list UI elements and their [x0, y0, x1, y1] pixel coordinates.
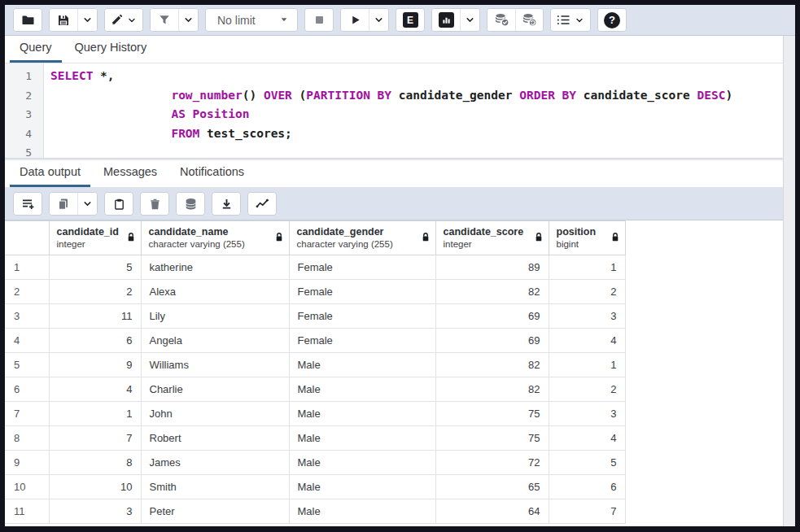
- visualise-data-button[interactable]: [248, 193, 276, 215]
- cell-candidate-gender[interactable]: Female: [289, 255, 435, 280]
- cell-candidate-gender[interactable]: Female: [289, 280, 435, 304]
- code-line[interactable]: [50, 143, 783, 158]
- row-number-cell[interactable]: 8: [5, 426, 49, 451]
- cell-position[interactable]: 3: [549, 304, 625, 329]
- add-row-button[interactable]: [14, 193, 42, 215]
- cell-candidate-name[interactable]: Lily: [141, 304, 289, 329]
- filter-button[interactable]: [151, 9, 178, 31]
- tab-query-history[interactable]: Query History: [65, 36, 157, 63]
- cell-candidate-score[interactable]: 65: [435, 475, 549, 499]
- cell-candidate-score[interactable]: 72: [435, 451, 549, 475]
- cell-candidate-id[interactable]: 3: [49, 499, 141, 524]
- row-number-cell[interactable]: 6: [5, 377, 49, 402]
- row-number-cell[interactable]: 9: [5, 451, 49, 475]
- cell-candidate-gender[interactable]: Male: [289, 377, 435, 402]
- cell-candidate-name[interactable]: Angela: [141, 329, 289, 353]
- row-number-cell[interactable]: 2: [5, 280, 49, 304]
- cell-candidate-gender[interactable]: Male: [289, 451, 435, 475]
- code-line[interactable]: AS Position: [50, 105, 783, 124]
- tab-messages[interactable]: Messages: [94, 159, 167, 187]
- explain-menu-button[interactable]: [460, 9, 479, 31]
- editor-code[interactable]: SELECT *, row_number() OVER (PARTITION B…: [44, 63, 783, 158]
- cell-candidate-score[interactable]: 69: [435, 304, 549, 329]
- cell-candidate-gender[interactable]: Female: [289, 329, 435, 353]
- column-header-candidate-score[interactable]: candidate_scoreinteger: [435, 221, 549, 255]
- help-button[interactable]: ?: [598, 9, 626, 31]
- column-header-candidate-name[interactable]: candidate_namecharacter varying (255): [141, 221, 289, 255]
- row-number-cell[interactable]: 10: [5, 475, 49, 499]
- row-number-cell[interactable]: 4: [5, 329, 49, 353]
- vertical-scrollbar[interactable]: [783, 36, 795, 526]
- commit-button[interactable]: [487, 9, 515, 31]
- code-line[interactable]: SELECT *,: [50, 67, 783, 86]
- row-number-cell[interactable]: 5: [5, 353, 49, 377]
- column-header-candidate-id[interactable]: candidate_idinteger: [49, 221, 141, 255]
- cell-candidate-score[interactable]: 82: [435, 377, 549, 402]
- stop-button[interactable]: [305, 9, 333, 31]
- cell-candidate-gender[interactable]: Female: [289, 304, 435, 329]
- select-all-header-cell[interactable]: [5, 221, 49, 255]
- cell-candidate-score[interactable]: 75: [435, 426, 549, 451]
- execute-button[interactable]: [341, 9, 369, 31]
- cell-position[interactable]: 1: [549, 353, 625, 377]
- cell-candidate-id[interactable]: 6: [49, 329, 141, 353]
- cell-candidate-id[interactable]: 1: [49, 402, 141, 426]
- column-header-position[interactable]: positionbigint: [549, 221, 625, 255]
- copy-button[interactable]: [50, 193, 77, 215]
- explain-button[interactable]: E: [396, 9, 424, 31]
- save-data-button[interactable]: [177, 193, 204, 215]
- paste-button[interactable]: [105, 193, 133, 215]
- row-number-cell[interactable]: 11: [5, 499, 49, 524]
- cell-candidate-gender[interactable]: Male: [289, 499, 435, 524]
- cell-candidate-name[interactable]: Smith: [141, 475, 289, 499]
- cell-candidate-score[interactable]: 82: [435, 353, 549, 377]
- delete-row-button[interactable]: [141, 193, 168, 215]
- row-number-cell[interactable]: 1: [5, 255, 49, 280]
- cell-candidate-gender[interactable]: Male: [289, 353, 435, 377]
- cell-candidate-name[interactable]: Alexa: [141, 280, 289, 304]
- cell-candidate-score[interactable]: 75: [435, 402, 549, 426]
- cell-candidate-score[interactable]: 89: [435, 255, 549, 280]
- cell-candidate-name[interactable]: katherine: [141, 255, 289, 280]
- edit-menu-button[interactable]: [105, 9, 142, 31]
- save-button[interactable]: [50, 9, 77, 31]
- cell-candidate-id[interactable]: 11: [49, 304, 141, 329]
- cell-position[interactable]: 2: [549, 280, 625, 304]
- cell-candidate-gender[interactable]: Male: [289, 402, 435, 426]
- cell-position[interactable]: 7: [549, 499, 625, 524]
- row-number-cell[interactable]: 7: [5, 402, 49, 426]
- cell-position[interactable]: 3: [549, 402, 625, 426]
- tab-data-output[interactable]: Data output: [10, 159, 90, 187]
- cell-candidate-score[interactable]: 64: [435, 499, 549, 524]
- code-line[interactable]: FROM test_scores;: [50, 124, 783, 144]
- cell-candidate-id[interactable]: 10: [49, 475, 141, 499]
- cell-candidate-name[interactable]: John: [141, 402, 289, 426]
- cell-position[interactable]: 1: [549, 255, 625, 280]
- tab-notifications[interactable]: Notifications: [170, 159, 254, 187]
- save-menu-button[interactable]: [77, 9, 97, 31]
- execute-menu-button[interactable]: [369, 9, 388, 31]
- cell-candidate-name[interactable]: Charlie: [141, 377, 289, 402]
- code-line[interactable]: row_number() OVER (PARTITION BY candidat…: [50, 86, 783, 106]
- filter-menu-button[interactable]: [178, 9, 198, 31]
- cell-candidate-id[interactable]: 9: [49, 353, 141, 377]
- cell-candidate-id[interactable]: 2: [49, 280, 141, 304]
- cell-candidate-name[interactable]: Williams: [141, 353, 289, 377]
- cell-candidate-name[interactable]: Robert: [141, 426, 289, 451]
- download-button[interactable]: [212, 193, 240, 215]
- cell-position[interactable]: 4: [549, 426, 625, 451]
- cell-candidate-id[interactable]: 5: [49, 255, 141, 280]
- cell-position[interactable]: 5: [549, 451, 625, 475]
- sql-editor[interactable]: 12345 SELECT *, row_number() OVER (PARTI…: [5, 63, 783, 158]
- cell-position[interactable]: 6: [549, 475, 625, 499]
- cell-candidate-score[interactable]: 69: [435, 329, 549, 353]
- cell-candidate-score[interactable]: 82: [435, 280, 549, 304]
- cell-candidate-gender[interactable]: Male: [289, 475, 435, 499]
- cell-candidate-name[interactable]: James: [141, 451, 289, 475]
- rollback-button[interactable]: [515, 9, 543, 31]
- cell-position[interactable]: 2: [549, 377, 625, 402]
- explain-analyze-button[interactable]: [432, 9, 460, 31]
- row-number-cell[interactable]: 3: [5, 304, 49, 329]
- row-limit-select[interactable]: No limit: [206, 9, 297, 31]
- cell-candidate-name[interactable]: Peter: [141, 499, 289, 524]
